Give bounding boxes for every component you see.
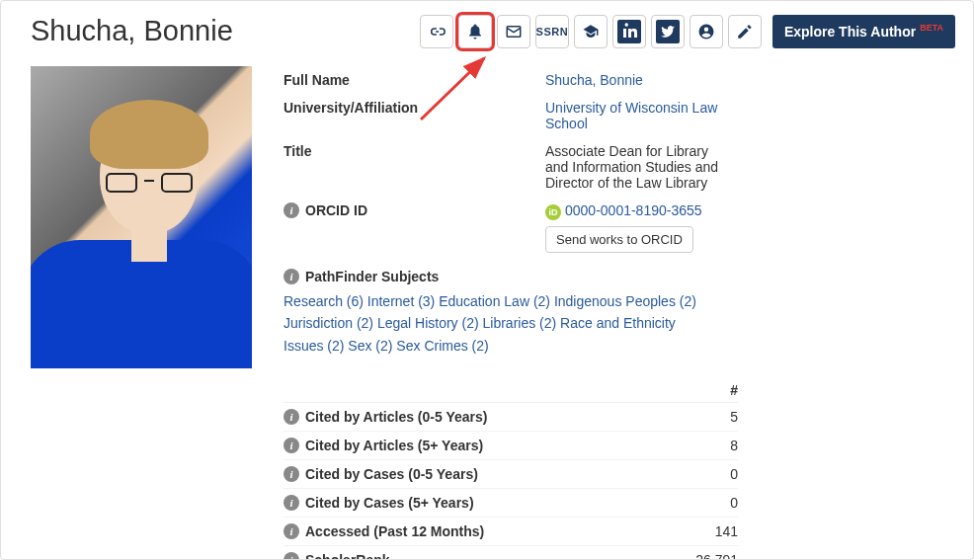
send-to-orcid-button[interactable]: Send works to ORCID bbox=[545, 226, 693, 253]
ssrn-icon: SSRN bbox=[536, 26, 569, 38]
full-name-label: Full Name bbox=[284, 72, 545, 88]
metric-row: i Cited by Articles (0-5 Years) 5 bbox=[284, 403, 738, 432]
author-photo bbox=[31, 66, 252, 368]
metric-row: i Cited by Cases (5+ Years) 0 bbox=[284, 489, 738, 518]
toolbar: SSRN Explore This Author BETA bbox=[420, 15, 955, 48]
metric-row: i Cited by Articles (5+ Years) 8 bbox=[284, 432, 738, 460]
twitter-button[interactable] bbox=[651, 15, 685, 48]
twitter-icon bbox=[656, 20, 680, 43]
google-scholar-icon bbox=[582, 23, 600, 40]
info-icon: i bbox=[284, 552, 299, 560]
affiliation-label: University/Affiliation bbox=[284, 100, 545, 116]
metric-value: 0 bbox=[730, 495, 738, 511]
info-icon: i bbox=[284, 495, 299, 511]
info-icon: i bbox=[284, 269, 299, 284]
metric-row: i Cited by Cases (0-5 Years) 0 bbox=[284, 460, 738, 489]
profile-button[interactable] bbox=[690, 15, 723, 48]
permalink-button[interactable] bbox=[420, 15, 453, 48]
explore-label: Explore This Author bbox=[784, 24, 916, 40]
metric-row: i ScholarRank 26,791 bbox=[284, 546, 738, 560]
metrics-count-header: # bbox=[730, 382, 738, 398]
pathfinder-subjects-label: i PathFinder Subjects bbox=[284, 269, 955, 284]
title-value: Associate Dean for Library and Informati… bbox=[545, 143, 733, 191]
full-name-value[interactable]: Shucha, Bonnie bbox=[545, 72, 733, 88]
ssrn-button[interactable]: SSRN bbox=[535, 15, 569, 48]
edit-icon bbox=[736, 23, 754, 40]
metric-label: i Cited by Cases (0-5 Years) bbox=[284, 466, 478, 482]
metric-label: i Cited by Articles (5+ Years) bbox=[284, 438, 483, 453]
author-name-heading: Shucha, Bonnie bbox=[31, 15, 233, 47]
metric-value: 26,791 bbox=[695, 552, 738, 560]
title-label: Title bbox=[284, 143, 545, 159]
orcid-value[interactable]: iD0000-0001-8190-3655 Send works to ORCI… bbox=[545, 202, 733, 253]
affiliation-value[interactable]: University of Wisconsin Law School bbox=[545, 100, 733, 131]
alert-bell-button[interactable] bbox=[458, 15, 492, 48]
metric-label: i Cited by Cases (5+ Years) bbox=[284, 495, 474, 511]
metric-value: 8 bbox=[730, 438, 738, 453]
metric-value: 0 bbox=[730, 466, 738, 482]
linkedin-icon bbox=[617, 20, 641, 43]
link-icon bbox=[428, 23, 446, 40]
orcid-label: i ORCID ID bbox=[284, 202, 545, 218]
subjects-list[interactable]: Research (6) Internet (3) Education Law … bbox=[284, 290, 718, 357]
beta-badge: BETA bbox=[920, 23, 943, 33]
google-scholar-button[interactable] bbox=[574, 15, 608, 48]
info-icon: i bbox=[284, 202, 299, 218]
linkedin-button[interactable] bbox=[612, 15, 646, 48]
mail-icon bbox=[505, 23, 523, 40]
person-icon bbox=[697, 23, 715, 40]
info-icon: i bbox=[284, 523, 299, 539]
metric-value: 141 bbox=[715, 523, 738, 539]
info-icon: i bbox=[284, 466, 299, 482]
info-icon: i bbox=[284, 438, 299, 453]
metric-label: i Cited by Articles (0-5 Years) bbox=[284, 409, 487, 425]
metric-value: 5 bbox=[730, 409, 738, 425]
edit-button[interactable] bbox=[728, 15, 762, 48]
metric-row: i Accessed (Past 12 Months) 141 bbox=[284, 518, 738, 546]
orcid-badge-icon: iD bbox=[545, 204, 561, 220]
email-button[interactable] bbox=[497, 15, 530, 48]
explore-author-button[interactable]: Explore This Author BETA bbox=[772, 15, 955, 48]
metric-label: i Accessed (Past 12 Months) bbox=[284, 523, 484, 539]
info-icon: i bbox=[284, 409, 299, 425]
bell-icon bbox=[466, 23, 484, 40]
metric-label: i ScholarRank bbox=[284, 552, 390, 560]
